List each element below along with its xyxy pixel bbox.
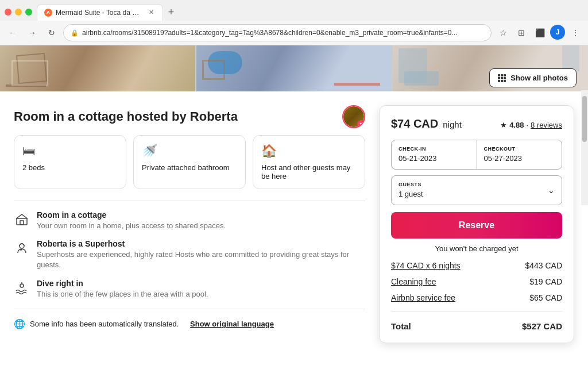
photo-placeholder-1: [0, 45, 195, 91]
info-item-superhost-title: Roberta is a Superhost: [37, 239, 365, 248]
cleaning-value: $19 CAD: [529, 277, 562, 286]
divider-1: [14, 201, 365, 201]
cottage-icon: [14, 212, 30, 228]
navigation-bar: ← → ↻ 🔒 airbnb.ca/rooms/31508919?adults=…: [0, 21, 588, 45]
info-item-superhost: Roberta is a Superhost Superhosts are ex…: [14, 239, 365, 270]
rating-reviews-link[interactable]: 8 reviews: [531, 121, 562, 129]
page-content: Show all photos Room in a cottage hosted…: [0, 45, 588, 388]
show-original-language-link[interactable]: Show original language: [190, 320, 274, 328]
active-tab[interactable]: A Mermaid Suite - Toca da Capua ✕: [37, 4, 163, 21]
listing-body: Room in a cottage hosted by Roberta 🛏 2 …: [0, 91, 588, 352]
nav-actions: ☆ ⊞ ⬛ J ⋮: [495, 25, 583, 41]
guests-value: 1 guest: [399, 190, 423, 198]
new-tab-button[interactable]: +: [163, 4, 179, 20]
listing-title-row: Room in a cottage hosted by Roberta: [14, 105, 365, 128]
bathroom-text: Private attached bathroom: [142, 163, 237, 172]
beds-text: 2 beds: [22, 163, 118, 172]
grid-icon: [498, 74, 506, 82]
address-bar[interactable]: 🔒 airbnb.ca/rooms/31508919?adults=1&cate…: [63, 24, 492, 41]
price-night: night: [443, 120, 462, 129]
chevron-down-icon: ⌄: [548, 186, 555, 195]
service-label[interactable]: Airbnb service fee: [391, 293, 455, 302]
rating-score: 4.88: [509, 121, 524, 129]
scrollbar-thumb[interactable]: [582, 96, 587, 142]
forward-button[interactable]: →: [24, 25, 40, 41]
checkout-field[interactable]: CHECKOUT 05-27-2023: [477, 140, 562, 169]
checkin-label: CHECK-IN: [399, 146, 470, 152]
photo-strip: Show all photos: [0, 45, 588, 91]
info-item-pool-content: Dive right in This is one of the few pla…: [37, 279, 208, 299]
info-item-cottage-content: Room in a cottage Your own room in a hom…: [37, 210, 226, 231]
menu-button[interactable]: ⋮: [567, 25, 583, 41]
rating-separator: ·: [526, 121, 528, 129]
pool-icon: [14, 280, 30, 296]
price-total-row: Total $527 CAD: [391, 321, 562, 331]
grid-dot: [501, 74, 503, 76]
bathroom-icon: 🚿: [142, 144, 237, 159]
superhost-icon: [14, 240, 30, 256]
grid-dot: [504, 74, 506, 76]
feature-card-guests: 🏠 Host and other guests may be here: [253, 135, 365, 189]
info-item-superhost-content: Roberta is a Superhost Superhosts are ex…: [37, 239, 365, 270]
service-value: $65 CAD: [529, 293, 562, 302]
browser-chrome: A Mermaid Suite - Toca da Capua ✕ + ← → …: [0, 0, 588, 45]
feature-card-beds: 🛏 2 beds: [14, 135, 126, 189]
window-close-button[interactable]: [5, 9, 11, 16]
grid-dot: [501, 80, 503, 82]
superhost-badge: [357, 120, 365, 128]
scrollbar[interactable]: [581, 90, 588, 205]
date-row: CHECK-IN 05-21-2023 CHECKOUT 05-27-2023: [392, 140, 562, 169]
user-avatar[interactable]: J: [550, 25, 565, 40]
listing-title-text: Room in a cottage hosted by Roberta: [14, 109, 336, 124]
price-breakdown: $74 CAD x 6 nights $443 CAD Cleaning fee…: [391, 261, 562, 331]
tab-bar: A Mermaid Suite - Toca da Capua ✕ +: [37, 4, 179, 21]
grid-dot: [498, 74, 500, 76]
guests-field[interactable]: GUESTS 1 guest ⌄: [391, 175, 562, 205]
reload-button[interactable]: ↻: [44, 25, 60, 41]
grid-dot: [498, 77, 500, 79]
price-line-service: Airbnb service fee $65 CAD: [391, 293, 562, 302]
guests-icon: 🏠: [261, 144, 357, 159]
back-button[interactable]: ←: [5, 25, 21, 41]
photo-2[interactable]: [196, 45, 392, 91]
nights-label[interactable]: $74 CAD x 6 nights: [391, 261, 461, 270]
lock-icon: 🔒: [71, 29, 79, 37]
svg-point-3: [20, 284, 24, 287]
url-text: airbnb.ca/rooms/31508919?adults=1&catego…: [82, 29, 484, 37]
tab-close-button[interactable]: ✕: [146, 8, 156, 17]
rating-row: ★ 4.88 · 8 reviews: [500, 121, 562, 129]
bookmark-button[interactable]: ☆: [495, 25, 511, 41]
show-all-photos-button[interactable]: Show all photos: [489, 68, 577, 87]
info-item-superhost-desc: Superhosts are experienced, highly rated…: [37, 249, 365, 270]
grid-dot: [498, 80, 500, 82]
bottom-note: 🌐 Some info has been automatically trans…: [14, 318, 365, 329]
nights-value: $443 CAD: [525, 261, 562, 270]
window-minimize-button[interactable]: [15, 9, 22, 16]
price-breakdown-divider: [391, 312, 562, 312]
tab-grid-button[interactable]: ⊞: [513, 25, 529, 41]
price-main: $74 CAD: [391, 117, 438, 130]
cleaning-label[interactable]: Cleaning fee: [391, 277, 436, 286]
booking-card-container: $74 CAD night ★ 4.88 · 8 reviews CHECK-I…: [379, 105, 574, 343]
svg-rect-0: [17, 218, 27, 225]
guests-text: Host and other guests may be here: [261, 163, 357, 180]
guests-label: GUESTS: [399, 182, 548, 187]
bottom-note-text: Some info has been automatically transla…: [30, 320, 179, 328]
reserve-button[interactable]: Reserve: [391, 212, 562, 239]
translate-icon: 🌐: [14, 318, 25, 329]
grid-dot: [504, 80, 506, 82]
feature-cards: 🛏 2 beds 🚿 Private attached bathroom 🏠 H…: [14, 135, 365, 189]
extensions-button[interactable]: ⬛: [532, 25, 548, 41]
checkin-field[interactable]: CHECK-IN 05-21-2023: [392, 140, 477, 169]
price-row: $74 CAD night ★ 4.88 · 8 reviews: [391, 117, 562, 130]
total-value: $527 CAD: [522, 321, 562, 331]
info-items: Room in a cottage Your own room in a hom…: [14, 210, 365, 299]
window-maximize-button[interactable]: [25, 9, 32, 16]
checkin-value: 05-21-2023: [399, 154, 437, 163]
tab-title: Mermaid Suite - Toca da Capua: [56, 9, 143, 17]
host-avatar[interactable]: [342, 105, 365, 128]
tab-favicon: A: [44, 9, 52, 17]
info-item-cottage-title: Room in a cottage: [37, 210, 226, 220]
photo-1[interactable]: [0, 45, 195, 91]
date-inputs: CHECK-IN 05-21-2023 CHECKOUT 05-27-2023: [391, 140, 562, 170]
